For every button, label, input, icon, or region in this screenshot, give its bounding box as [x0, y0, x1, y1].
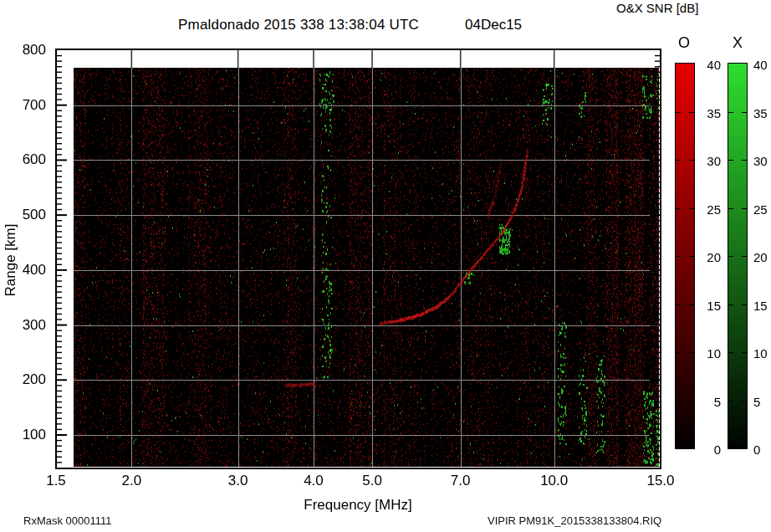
colorbar-x-tick-label: 40 [753, 58, 768, 72]
colorbar-tick-mark [689, 112, 694, 113]
colorbar-tick-mark [689, 208, 694, 209]
colorbar-tick-mark [676, 352, 681, 353]
colorbar-x-tick-label: 0 [753, 442, 760, 457]
colorbar-tick-mark [689, 352, 694, 353]
y-tick-label: 100 [4, 427, 46, 443]
y-tick-label: 700 [4, 97, 46, 114]
colorbar-tick-mark [742, 304, 747, 305]
colorbar-tick-mark [728, 160, 733, 161]
colorbar-tick-mark [689, 160, 694, 161]
colorbar-tick-mark [742, 112, 747, 113]
colorbar-o-tick-label: 35 [696, 105, 721, 120]
colorbar-tick-mark [742, 208, 747, 209]
x-tick-label: 5.0 [362, 473, 382, 489]
colorbar-tick-mark [728, 352, 733, 353]
colorbar-x-tick-label: 15 [753, 298, 768, 312]
colorbar-o-header: O [678, 34, 690, 52]
colorbar-tick-mark [676, 208, 681, 209]
colorbar-x-tick-label: 25 [753, 202, 768, 216]
colorbar-x-tick-label: 5 [753, 394, 760, 408]
colorbar-tick-mark [676, 401, 681, 402]
colorbar-o-tick-label: 5 [696, 394, 721, 408]
plot-title: Pmaldonado 2015 338 13:38:04 UTC [178, 17, 419, 33]
colorbar-o-tick-label: 25 [696, 202, 721, 216]
colorbar-x-tick-label: 35 [753, 105, 768, 120]
colorbar-tick-mark [676, 112, 681, 113]
x-tick-label: 1.5 [46, 473, 66, 489]
colorbar-tick-mark [689, 401, 694, 402]
footer-rxmask: RxMask 00001111 [23, 514, 112, 527]
colorbar-o-tick-label: 10 [696, 346, 721, 361]
colorbar-tick-mark [728, 304, 733, 305]
x-tick-label: 4.0 [304, 473, 324, 489]
colorbar-o-tick-label: 20 [696, 250, 721, 264]
ionogram-heatmap [74, 68, 659, 467]
colorbar-tick-mark [689, 256, 694, 257]
y-axis-title: Range [km] [3, 139, 19, 381]
colorbar-x-tick-label: 30 [753, 154, 768, 168]
colorbar-tick-mark [742, 401, 747, 402]
x-tick-label: 7.0 [451, 473, 471, 489]
x-tick-label: 2.0 [122, 473, 142, 489]
colorbar-o-tick-label: 30 [696, 154, 721, 168]
x-tick-label: 15.0 [646, 473, 674, 489]
x-tick-label: 10.0 [540, 473, 568, 489]
colorbar-tick-mark [728, 208, 733, 209]
colorbar-tick-mark [742, 352, 747, 353]
colorbar-o-tick-label: 40 [696, 58, 721, 72]
colorbar-x-tick-label: 10 [753, 346, 768, 361]
colorbar-o-tick-label: 0 [696, 442, 721, 457]
plot-date: 04Dec15 [465, 17, 522, 33]
colorbar-tick-mark [676, 256, 681, 257]
x-tick-label: 3.0 [228, 473, 248, 489]
y-tick-label: 800 [4, 42, 46, 59]
colorbar-tick-mark [689, 304, 694, 305]
colorbar-tick-mark [742, 256, 747, 257]
ionogram-page: Pmaldonado 2015 338 13:38:04 UTC 04Dec15… [0, 0, 771, 532]
x-axis-title: Frequency [MHz] [241, 497, 475, 514]
colorbar-tick-mark [742, 160, 747, 161]
colorbar-tick-mark [728, 256, 733, 257]
colorbar-tick-mark [728, 112, 733, 113]
colorbar-tick-mark [728, 401, 733, 402]
colorbar-x-tick-label: 20 [753, 250, 768, 264]
colorbar-tick-mark [676, 304, 681, 305]
colorbar-tick-mark [676, 160, 681, 161]
colorbar-o-tick-label: 15 [696, 298, 721, 312]
colorbar-title: O&X SNR [dB] [616, 1, 698, 15]
colorbar-x-header: X [733, 34, 743, 52]
footer-filename: VIPIR PM91K_2015338133804.RIQ [488, 514, 661, 527]
